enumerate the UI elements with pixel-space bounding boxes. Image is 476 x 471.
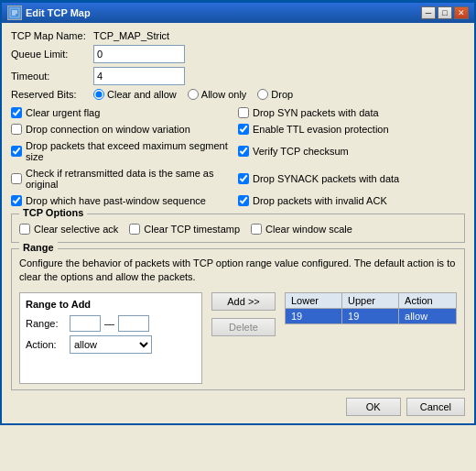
tcp-map-name-label: TCP Map Name: — [11, 30, 93, 41]
timeout-input[interactable] — [93, 67, 185, 85]
action-row: Action: allow drop — [26, 335, 196, 354]
checkbox-check-retransmitted-input[interactable] — [11, 173, 22, 184]
checkbox-clear-selective-ack-input[interactable] — [19, 224, 30, 235]
checkbox-drop-past-window-label: Drop which have past-window sequence — [26, 195, 206, 206]
range-to-add-title: Range to Add — [26, 299, 196, 310]
checkbox-clear-urgent-flag-input[interactable] — [11, 107, 22, 118]
checkbox-clear-tcp-timestamp-input[interactable] — [129, 224, 140, 235]
lower-cell: 19 — [286, 308, 342, 323]
reserved-bits-row: Reserved Bits: Clear and allow Allow onl… — [11, 89, 465, 100]
radio-allow-only-input[interactable] — [188, 89, 199, 100]
range-label: Range: — [26, 318, 66, 329]
checkbox-clear-window-scale[interactable]: Clear window scale — [251, 222, 352, 236]
checkbox-clear-urgent-flag-label: Clear urgent flag — [26, 107, 100, 118]
minimize-button[interactable]: ─ — [421, 6, 436, 19]
radio-drop[interactable]: Drop — [257, 89, 293, 100]
radio-drop-input[interactable] — [257, 89, 268, 100]
maximize-button[interactable]: □ — [438, 6, 452, 19]
checkbox-drop-syn-packets-label: Drop SYN packets with data — [253, 107, 379, 118]
tcp-map-name-row: TCP Map Name: TCP_MAP_Strict — [11, 30, 465, 41]
checkbox-drop-invalid-ack-label: Drop packets with invalid ACK — [253, 195, 387, 206]
checkbox-verify-tcp-checksum-input[interactable] — [238, 146, 249, 157]
bottom-buttons: OK Cancel — [11, 398, 465, 416]
add-button[interactable]: Add >> — [211, 292, 276, 311]
range-to-add-box: Range to Add Range: — Action: allow drop — [19, 292, 202, 384]
tcp-options-row: Clear selective ack Clear TCP timestamp … — [19, 222, 457, 236]
window-icon — [7, 5, 22, 20]
radio-clear-and-allow-input[interactable] — [93, 89, 104, 100]
checkbox-verify-tcp-checksum-label: Verify TCP checksum — [253, 146, 349, 157]
queue-limit-label: Queue Limit: — [11, 49, 93, 60]
range-buttons: Add >> Delete — [211, 292, 276, 336]
checkbox-enable-ttl-evasion[interactable]: Enable TTL evasion protection — [238, 122, 465, 137]
ok-button[interactable]: OK — [346, 398, 401, 416]
reserved-bits-label: Reserved Bits: — [11, 89, 93, 100]
checkbox-drop-syn-packets-input[interactable] — [238, 107, 249, 118]
tcp-options-section: TCP Options Clear selective ack Clear TC… — [11, 214, 465, 243]
radio-clear-and-allow[interactable]: Clear and allow — [93, 89, 177, 100]
main-window: Edit TCP Map ─ □ ✕ TCP Map Name: TCP_MAP… — [0, 0, 476, 425]
titlebar: Edit TCP Map ─ □ ✕ — [2, 3, 474, 23]
range-from-input[interactable] — [70, 315, 101, 332]
checkbox-drop-synack-packets[interactable]: Drop SYNACK packets with data — [238, 166, 465, 192]
range-table-header: Lower Upper Action — [286, 292, 457, 308]
checkbox-drop-invalid-ack[interactable]: Drop packets with invalid ACK — [238, 193, 465, 208]
checkbox-drop-past-window-input[interactable] — [11, 195, 22, 206]
checkbox-drop-connection-window[interactable]: Drop connection on window variation — [11, 122, 238, 137]
checkbox-drop-connection-window-input[interactable] — [11, 124, 22, 135]
upper-header: Upper — [342, 292, 399, 308]
checkbox-check-retransmitted[interactable]: Check if retransmitted data is the same … — [11, 166, 238, 192]
radio-allow-only-label: Allow only — [201, 89, 247, 100]
checkbox-clear-selective-ack[interactable]: Clear selective ack — [19, 222, 118, 236]
radio-clear-and-allow-label: Clear and allow — [107, 89, 177, 100]
range-dash: — — [104, 318, 114, 329]
checkbox-drop-syn-packets[interactable]: Drop SYN packets with data — [238, 105, 465, 120]
checkbox-verify-tcp-checksum[interactable]: Verify TCP checksum — [238, 138, 465, 164]
queue-limit-row: Queue Limit: — [11, 45, 465, 63]
checkbox-drop-invalid-ack-input[interactable] — [238, 195, 249, 206]
range-input-row: Range: — — [26, 315, 196, 332]
checkbox-drop-exceed-mss-label: Drop packets that exceed maximum segment… — [26, 140, 238, 162]
checkbox-drop-exceed-mss-input[interactable] — [11, 146, 22, 157]
range-table-header-row: Lower Upper Action — [286, 292, 457, 308]
checkbox-clear-window-scale-label: Clear window scale — [265, 224, 352, 235]
checkbox-clear-urgent-flag[interactable]: Clear urgent flag — [11, 105, 238, 120]
checkbox-drop-exceed-mss[interactable]: Drop packets that exceed maximum segment… — [11, 138, 238, 164]
titlebar-left: Edit TCP Map — [7, 5, 91, 20]
checkboxes-grid: Clear urgent flag Drop SYN packets with … — [11, 105, 465, 208]
checkbox-drop-past-window[interactable]: Drop which have past-window sequence — [11, 193, 238, 208]
checkbox-clear-tcp-timestamp[interactable]: Clear TCP timestamp — [129, 222, 240, 236]
action-label: Action: — [26, 339, 66, 350]
close-button[interactable]: ✕ — [454, 6, 469, 19]
cancel-button[interactable]: Cancel — [406, 398, 465, 416]
titlebar-controls: ─ □ ✕ — [421, 6, 469, 19]
timeout-label: Timeout: — [11, 71, 93, 82]
upper-cell: 19 — [342, 308, 399, 323]
reserved-bits-radio-group: Clear and allow Allow only Drop — [93, 89, 293, 100]
delete-button[interactable]: Delete — [211, 318, 276, 336]
radio-allow-only[interactable]: Allow only — [188, 89, 247, 100]
checkbox-clear-window-scale-input[interactable] — [251, 224, 262, 235]
action-cell: allow — [399, 308, 457, 323]
action-header: Action — [399, 292, 457, 308]
range-legend: Range — [19, 242, 58, 253]
action-select[interactable]: allow drop — [70, 335, 152, 354]
timeout-row: Timeout: — [11, 67, 465, 85]
radio-drop-label: Drop — [271, 89, 293, 100]
checkbox-drop-synack-packets-label: Drop SYNACK packets with data — [253, 173, 399, 184]
range-table: Lower Upper Action 19 19 allow — [285, 292, 457, 324]
checkbox-clear-selective-ack-label: Clear selective ack — [34, 224, 118, 235]
range-body: Range to Add Range: — Action: allow drop — [19, 292, 457, 384]
tcp-options-legend: TCP Options — [19, 207, 87, 218]
tcp-map-name-value: TCP_MAP_Strict — [93, 30, 169, 41]
checkbox-enable-ttl-evasion-input[interactable] — [238, 124, 249, 135]
table-row[interactable]: 19 19 allow — [286, 308, 457, 323]
range-to-input[interactable] — [118, 315, 149, 332]
range-table-body: 19 19 allow — [286, 308, 457, 323]
checkbox-drop-synack-packets-input[interactable] — [238, 173, 249, 184]
range-table-container: Lower Upper Action 19 19 allow — [285, 292, 457, 324]
range-section: Range Configure the behavior of packets … — [11, 248, 465, 390]
checkbox-check-retransmitted-label: Check if retransmitted data is the same … — [26, 168, 238, 190]
checkbox-drop-connection-window-label: Drop connection on window variation — [26, 124, 190, 135]
queue-limit-input[interactable] — [93, 45, 185, 63]
